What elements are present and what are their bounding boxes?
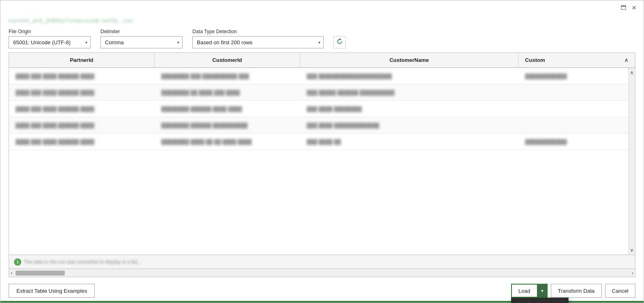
col-header-customerid: CustomerId xyxy=(155,53,300,67)
load-dropdown-button[interactable]: ▾ xyxy=(537,284,548,298)
scroll-thumb[interactable] xyxy=(16,271,65,276)
right-buttons: Load ▾ Load Load To... Transform Data Ca… xyxy=(511,284,635,298)
transform-data-button[interactable]: Transform Data xyxy=(551,284,602,298)
scroll-up-button[interactable]: ∧ xyxy=(628,68,635,77)
load-button[interactable]: Load xyxy=(511,284,537,298)
status-icon: i xyxy=(14,258,21,266)
data-type-label: Data Type Detection xyxy=(192,29,324,34)
col-header-custom: Custom ∧ xyxy=(518,53,635,67)
scroll-right-button[interactable]: › xyxy=(632,270,633,276)
refresh-button[interactable] xyxy=(333,36,346,48)
horizontal-scrollbar: ‹ › xyxy=(9,269,635,277)
cell: ████████ ███ ██████████ ███ xyxy=(155,72,300,81)
cell xyxy=(518,124,635,127)
file-path-text: current_prd_jl0B6q7rmatrucoat.net/la...c… xyxy=(9,17,133,24)
load-menu-item[interactable]: Load xyxy=(511,298,569,303)
table-header: PartnerId CustomerId CustomerName Custom… xyxy=(9,53,635,68)
footer-row: Extract Table Using Examples Load ▾ Load… xyxy=(0,277,644,303)
load-button-group: Load ▾ Load Load To... xyxy=(511,284,548,298)
cell xyxy=(518,107,635,111)
close-button[interactable]: ✕ xyxy=(630,3,639,12)
file-path-bar: current_prd_jl0B6q7rmatrucoat.net/la...c… xyxy=(0,15,644,25)
col-header-partnerid: PartnerId xyxy=(9,53,155,67)
data-type-select[interactable]: Based on first 200 rows xyxy=(192,36,324,48)
cell: ███ ████ ██ xyxy=(300,137,518,146)
col-header-customername: CustomerName xyxy=(300,53,518,67)
table-row: ████ ███ ████ ██████ ████ ████████ ████ … xyxy=(9,134,635,150)
data-type-group: Data Type Detection Based on first 200 r… xyxy=(192,29,324,48)
cell: ████████ ██████ ██████████ xyxy=(155,121,300,130)
file-origin-select[interactable]: 65001: Unicode (UTF-8) xyxy=(9,36,91,48)
file-origin-select-wrapper: 65001: Unicode (UTF-8) ▾ xyxy=(9,36,91,48)
table-body: ████ ███ ████ ██████ ████ ████████ ███ █… xyxy=(9,68,635,255)
delimiter-label: Delimiter xyxy=(100,29,183,34)
cell xyxy=(518,91,635,94)
delimiter-select-wrapper: Comma ▾ xyxy=(100,36,183,48)
cell: ███ █████████████████████ xyxy=(300,72,518,81)
refresh-icon xyxy=(336,38,343,47)
cell: ████████ ████ ██ ██ ████ ████ xyxy=(155,137,300,146)
table-row: ████ ███ ████ ██████ ████ ████████ ██ ██… xyxy=(9,84,635,101)
status-bar: i The data in the csv was converted to d… xyxy=(9,255,635,269)
minimize-button[interactable]: 🗖 xyxy=(619,3,628,12)
extract-table-button[interactable]: Extract Table Using Examples xyxy=(9,284,95,298)
cancel-button[interactable]: Cancel xyxy=(605,284,635,298)
title-bar: 🗖 ✕ xyxy=(0,0,644,15)
table-row: ████ ███ ████ ██████ ████ ████████ █████… xyxy=(9,117,635,134)
cell: ████████████ xyxy=(518,137,635,146)
dialog: 🗖 ✕ current_prd_jl0B6q7rmatrucoat.net/la… xyxy=(0,0,644,303)
file-origin-label: File Origin xyxy=(9,29,91,34)
cell: ████████ ██ ████ ███ ████ xyxy=(155,88,300,97)
scroll-up-arrow[interactable]: ∧ xyxy=(624,57,628,63)
cell: ████ ███ ████ ██████ ████ xyxy=(9,105,155,114)
status-text: The data in the csv was converted to dis… xyxy=(24,259,142,265)
cell: ████ ███ ████ ██████ ████ xyxy=(9,137,155,146)
table-row: ████ ███ ████ ██████ ████ ████████ █████… xyxy=(9,101,635,117)
scroll-down-button[interactable]: ∨ xyxy=(628,246,635,255)
cell: ███ █████ ██████ ██████████ xyxy=(300,88,518,97)
delimiter-select[interactable]: Comma xyxy=(100,36,183,48)
load-dropdown-menu: Load Load To... xyxy=(511,298,569,303)
cell: ████████ ██████ ████ ████ xyxy=(155,105,300,114)
file-origin-group: File Origin 65001: Unicode (UTF-8) ▾ xyxy=(9,29,91,48)
scroll-left-button[interactable]: ‹ xyxy=(11,270,12,276)
table-row: ████ ███ ████ ██████ ████ ████████ ███ █… xyxy=(9,68,635,84)
cell: ████ ███ ████ ██████ ████ xyxy=(9,88,155,97)
data-type-select-wrapper: Based on first 200 rows ▾ xyxy=(192,36,324,48)
cell: ████ ███ ████ ██████ ████ xyxy=(9,121,155,130)
cell: ███ ████ █████████████ xyxy=(300,121,518,130)
controls-row: File Origin 65001: Unicode (UTF-8) ▾ Del… xyxy=(0,25,644,52)
delimiter-group: Delimiter Comma ▾ xyxy=(100,29,183,48)
cell: ███ ████ ████████ xyxy=(300,105,518,114)
vertical-scrollbar: ∧ ∨ xyxy=(628,68,635,255)
cell: ████ ███ ████ ██████ ████ xyxy=(9,72,155,81)
cell: ████████████ xyxy=(518,72,635,81)
table-container: PartnerId CustomerId CustomerName Custom… xyxy=(9,52,635,255)
